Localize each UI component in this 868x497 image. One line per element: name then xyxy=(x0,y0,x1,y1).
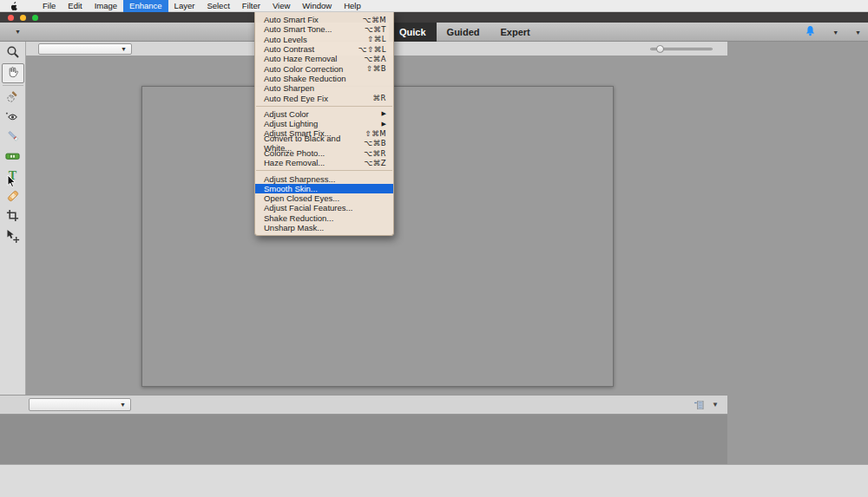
menu-separator xyxy=(256,106,392,107)
menu-item-shortcut: ⌥⇧⌘L xyxy=(358,45,386,54)
tool-separator xyxy=(3,85,23,86)
menu-item-haze-removal[interactable]: Haze Removal...⌥⌘Z xyxy=(255,158,393,167)
menu-item-auto-smart-tone[interactable]: Auto Smart Tone...⌥⌘T xyxy=(255,24,393,34)
move-icon xyxy=(6,229,20,246)
share-button[interactable]: ▼ xyxy=(851,29,861,36)
window-titlebar xyxy=(0,12,868,23)
bin-panel-chevron-icon[interactable]: ▼ xyxy=(712,401,719,409)
menu-item-auto-contrast[interactable]: Auto Contrast⌥⇧⌘L xyxy=(255,44,393,54)
menu-item-adjust-sharpness[interactable]: Adjust Sharpness... xyxy=(255,173,393,183)
menu-item-label: Colorize Photo... xyxy=(264,148,325,158)
apple-icon[interactable] xyxy=(0,1,26,10)
chevron-down-icon: ▼ xyxy=(15,29,21,35)
menu-item-label: Haze Removal... xyxy=(264,158,325,167)
close-window-button[interactable] xyxy=(8,15,14,21)
menu-item-adjust-lighting[interactable]: Adjust Lighting▶ xyxy=(255,119,393,128)
zoom-tool[interactable] xyxy=(2,43,24,63)
notifications-bell-icon[interactable] xyxy=(805,25,816,39)
eye-icon xyxy=(5,110,20,126)
menu-item-auto-smart-fix[interactable]: Auto Smart Fix⌥⌘M xyxy=(255,15,393,24)
view-select[interactable]: ▼ xyxy=(38,43,132,55)
tab-guided[interactable]: Guided xyxy=(437,23,490,42)
zoom-window-button[interactable] xyxy=(32,15,38,21)
menu-item-label: Auto Levels xyxy=(264,35,307,44)
level-icon xyxy=(5,150,20,166)
bandaid-icon xyxy=(6,189,20,206)
enhance-menu: Auto Smart Fix⌥⌘MAuto Smart Tone...⌥⌘TAu… xyxy=(254,12,394,236)
tab-quick[interactable]: Quick xyxy=(389,23,437,42)
menu-item-shake-reduction[interactable]: Shake Reduction... xyxy=(255,213,393,223)
menubar-item-help[interactable]: Help xyxy=(338,0,367,12)
menu-item-label: Auto Contrast xyxy=(264,44,314,54)
hand-icon xyxy=(6,65,19,82)
toothbrush-icon xyxy=(6,129,20,147)
menubar-item-layer[interactable]: Layer xyxy=(168,0,201,12)
menu-item-auto-haze-removal[interactable]: Auto Haze Removal⌥⌘A xyxy=(255,54,393,63)
menu-item-shortcut: ⌥⌘A xyxy=(364,55,386,63)
menu-item-shortcut: ⌥⌘R xyxy=(364,149,386,158)
menubar-item-file[interactable]: File xyxy=(36,0,62,12)
quick-selection-tool[interactable] xyxy=(2,88,24,108)
menu-item-adjust-facial-features[interactable]: Adjust Facial Features... xyxy=(255,203,393,213)
menu-item-open-closed-eyes[interactable]: Open Closed Eyes... xyxy=(255,193,393,203)
menu-item-label: Adjust Lighting xyxy=(264,119,318,128)
menu-item-label: Auto Shake Reduction xyxy=(264,74,346,83)
menu-item-adjust-color[interactable]: Adjust Color▶ xyxy=(255,109,393,119)
minimize-window-button[interactable] xyxy=(20,15,26,21)
menu-item-label: Open Closed Eyes... xyxy=(264,193,339,203)
menubar-item-select[interactable]: Select xyxy=(201,0,235,12)
menubar-item-enhance[interactable]: Enhance xyxy=(123,0,168,12)
magnifier-icon xyxy=(6,45,20,62)
submenu-arrow-icon: ▶ xyxy=(382,121,386,128)
crop-tool[interactable] xyxy=(2,207,24,227)
photo-bin xyxy=(0,415,727,464)
spot-healing-tool[interactable] xyxy=(2,187,24,207)
crop-icon xyxy=(6,209,19,226)
menu-item-auto-red-eye-fix[interactable]: Auto Red Eye Fix⌘R xyxy=(255,93,393,102)
menubar-item-edit[interactable]: Edit xyxy=(62,0,88,12)
create-button[interactable]: ▼ xyxy=(828,29,838,36)
menu-item-auto-shake-reduction[interactable]: Auto Shake Reduction xyxy=(255,74,393,83)
chevron-down-icon: ▼ xyxy=(855,29,861,36)
move-tool[interactable] xyxy=(2,227,24,247)
tab-expert[interactable]: Expert xyxy=(490,23,540,42)
menu-item-auto-sharpen[interactable]: Auto Sharpen xyxy=(255,83,393,93)
chevron-down-icon: ▼ xyxy=(832,29,838,36)
mouse-cursor xyxy=(7,175,16,188)
menubar-item-image[interactable]: Image xyxy=(89,0,123,12)
menu-item-label: Auto Smart Fix xyxy=(264,15,319,24)
photo-bin-header: ▼ ▼ xyxy=(0,395,727,415)
chevron-down-icon: ▼ xyxy=(120,402,126,408)
menubar-item-filter[interactable]: Filter xyxy=(236,0,266,12)
menu-item-shortcut: ⇧⌘L xyxy=(367,35,386,43)
menu-item-auto-color-correction[interactable]: Auto Color Correction⇧⌘B xyxy=(255,63,393,73)
menu-item-colorize-photo[interactable]: Colorize Photo...⌥⌘R xyxy=(255,148,393,158)
open-button[interactable]: ▼ xyxy=(0,29,21,35)
quick-select-icon xyxy=(6,89,20,107)
menubar-item-window[interactable]: Window xyxy=(296,0,338,12)
bin-list-view-icon[interactable] xyxy=(694,397,704,413)
straighten-tool[interactable] xyxy=(2,147,24,167)
zoom-slider[interactable] xyxy=(650,48,713,50)
whiten-teeth-tool[interactable] xyxy=(2,128,24,147)
menu-item-smooth-skin[interactable]: Smooth Skin... xyxy=(255,184,393,193)
app-toolbar: ▼ QuickGuidedExpert ▼ ▼ xyxy=(0,23,868,42)
menu-item-label: Auto Sharpen xyxy=(264,83,314,93)
red-eye-removal-tool[interactable] xyxy=(2,108,24,128)
menu-separator xyxy=(256,170,392,171)
menubar-item-view[interactable]: View xyxy=(266,0,296,12)
menu-item-shortcut: ⇧⌘B xyxy=(366,64,386,73)
menu-item-unsharp-mask[interactable]: Unsharp Mask... xyxy=(255,223,393,232)
zoom-slider-knob[interactable] xyxy=(656,45,664,53)
menu-item-label: Smooth Skin... xyxy=(264,184,318,193)
show-open-files-select[interactable]: ▼ xyxy=(29,398,131,411)
hand-tool[interactable] xyxy=(2,63,24,83)
menu-item-label: Auto Haze Removal xyxy=(264,54,337,63)
menu-item-label: Adjust Color xyxy=(264,109,309,119)
bottom-taskbar xyxy=(0,464,868,497)
menu-item-auto-levels[interactable]: Auto Levels⇧⌘L xyxy=(255,35,393,44)
menu-item-shortcut: ⌥⌘T xyxy=(365,25,386,34)
menu-item-convert-to-black-and-white[interactable]: Convert to Black and White...⌥⌘B xyxy=(255,139,393,148)
submenu-arrow-icon: ▶ xyxy=(382,110,386,117)
menu-item-shortcut: ⌥⌘B xyxy=(364,139,386,147)
